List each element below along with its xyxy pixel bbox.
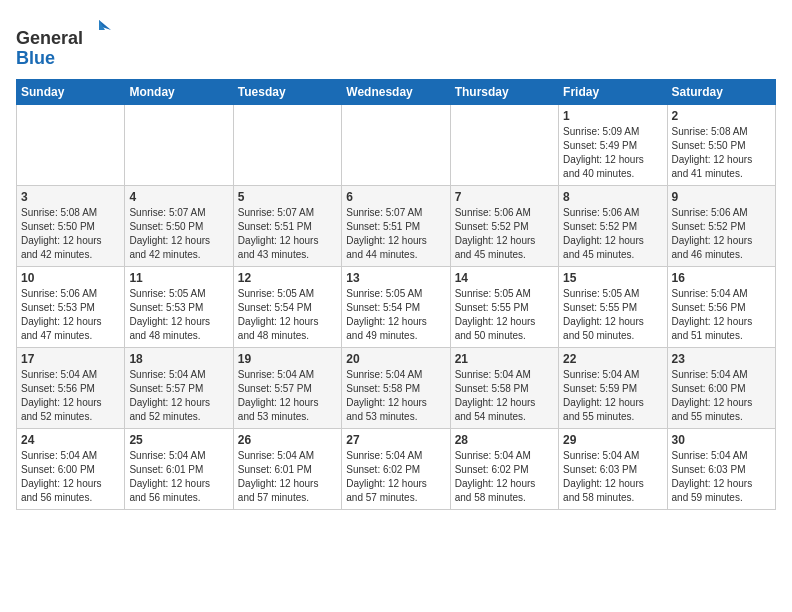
- calendar-week-row: 24Sunrise: 5:04 AMSunset: 6:00 PMDayligh…: [17, 428, 776, 509]
- day-number: 29: [563, 433, 662, 447]
- day-info: Sunrise: 5:04 AMSunset: 5:58 PMDaylight:…: [346, 368, 445, 424]
- day-number: 13: [346, 271, 445, 285]
- day-number: 3: [21, 190, 120, 204]
- calendar-day-cell: 20Sunrise: 5:04 AMSunset: 5:58 PMDayligh…: [342, 347, 450, 428]
- weekday-header: Saturday: [667, 79, 775, 104]
- logo: General Blue: [16, 16, 113, 69]
- day-number: 7: [455, 190, 554, 204]
- day-info: Sunrise: 5:06 AMSunset: 5:52 PMDaylight:…: [455, 206, 554, 262]
- day-number: 21: [455, 352, 554, 366]
- day-info: Sunrise: 5:07 AMSunset: 5:51 PMDaylight:…: [238, 206, 337, 262]
- day-number: 5: [238, 190, 337, 204]
- day-info: Sunrise: 5:06 AMSunset: 5:52 PMDaylight:…: [563, 206, 662, 262]
- calendar-day-cell: 6Sunrise: 5:07 AMSunset: 5:51 PMDaylight…: [342, 185, 450, 266]
- day-info: Sunrise: 5:05 AMSunset: 5:54 PMDaylight:…: [346, 287, 445, 343]
- day-number: 6: [346, 190, 445, 204]
- calendar-day-cell: 4Sunrise: 5:07 AMSunset: 5:50 PMDaylight…: [125, 185, 233, 266]
- day-info: Sunrise: 5:07 AMSunset: 5:50 PMDaylight:…: [129, 206, 228, 262]
- day-number: 28: [455, 433, 554, 447]
- calendar-day-cell: 1Sunrise: 5:09 AMSunset: 5:49 PMDaylight…: [559, 104, 667, 185]
- calendar-table: SundayMondayTuesdayWednesdayThursdayFrid…: [16, 79, 776, 510]
- day-number: 10: [21, 271, 120, 285]
- day-info: Sunrise: 5:08 AMSunset: 5:50 PMDaylight:…: [672, 125, 771, 181]
- calendar-day-cell: 8Sunrise: 5:06 AMSunset: 5:52 PMDaylight…: [559, 185, 667, 266]
- day-number: 9: [672, 190, 771, 204]
- day-number: 2: [672, 109, 771, 123]
- day-number: 8: [563, 190, 662, 204]
- page-header: General Blue: [16, 16, 776, 69]
- calendar-week-row: 3Sunrise: 5:08 AMSunset: 5:50 PMDaylight…: [17, 185, 776, 266]
- day-number: 23: [672, 352, 771, 366]
- weekday-header: Sunday: [17, 79, 125, 104]
- calendar-day-cell: [450, 104, 558, 185]
- calendar-day-cell: 23Sunrise: 5:04 AMSunset: 6:00 PMDayligh…: [667, 347, 775, 428]
- calendar-day-cell: 27Sunrise: 5:04 AMSunset: 6:02 PMDayligh…: [342, 428, 450, 509]
- day-number: 1: [563, 109, 662, 123]
- logo-blue: Blue: [16, 48, 55, 68]
- weekday-header: Thursday: [450, 79, 558, 104]
- day-number: 30: [672, 433, 771, 447]
- calendar-day-cell: 29Sunrise: 5:04 AMSunset: 6:03 PMDayligh…: [559, 428, 667, 509]
- calendar-day-cell: 3Sunrise: 5:08 AMSunset: 5:50 PMDaylight…: [17, 185, 125, 266]
- day-number: 18: [129, 352, 228, 366]
- day-number: 24: [21, 433, 120, 447]
- day-number: 19: [238, 352, 337, 366]
- calendar-day-cell: 12Sunrise: 5:05 AMSunset: 5:54 PMDayligh…: [233, 266, 341, 347]
- day-number: 4: [129, 190, 228, 204]
- day-info: Sunrise: 5:07 AMSunset: 5:51 PMDaylight:…: [346, 206, 445, 262]
- calendar-week-row: 10Sunrise: 5:06 AMSunset: 5:53 PMDayligh…: [17, 266, 776, 347]
- calendar-day-cell: [342, 104, 450, 185]
- day-number: 22: [563, 352, 662, 366]
- day-number: 20: [346, 352, 445, 366]
- day-info: Sunrise: 5:05 AMSunset: 5:55 PMDaylight:…: [563, 287, 662, 343]
- calendar-week-row: 17Sunrise: 5:04 AMSunset: 5:56 PMDayligh…: [17, 347, 776, 428]
- calendar-day-cell: 13Sunrise: 5:05 AMSunset: 5:54 PMDayligh…: [342, 266, 450, 347]
- calendar-day-cell: 5Sunrise: 5:07 AMSunset: 5:51 PMDaylight…: [233, 185, 341, 266]
- calendar-day-cell: 14Sunrise: 5:05 AMSunset: 5:55 PMDayligh…: [450, 266, 558, 347]
- calendar-day-cell: 24Sunrise: 5:04 AMSunset: 6:00 PMDayligh…: [17, 428, 125, 509]
- day-info: Sunrise: 5:04 AMSunset: 6:03 PMDaylight:…: [563, 449, 662, 505]
- day-info: Sunrise: 5:05 AMSunset: 5:55 PMDaylight:…: [455, 287, 554, 343]
- weekday-header: Tuesday: [233, 79, 341, 104]
- day-number: 17: [21, 352, 120, 366]
- day-info: Sunrise: 5:04 AMSunset: 6:03 PMDaylight:…: [672, 449, 771, 505]
- calendar-day-cell: 16Sunrise: 5:04 AMSunset: 5:56 PMDayligh…: [667, 266, 775, 347]
- weekday-header: Monday: [125, 79, 233, 104]
- calendar-day-cell: 18Sunrise: 5:04 AMSunset: 5:57 PMDayligh…: [125, 347, 233, 428]
- day-number: 12: [238, 271, 337, 285]
- day-info: Sunrise: 5:04 AMSunset: 6:02 PMDaylight:…: [455, 449, 554, 505]
- day-info: Sunrise: 5:04 AMSunset: 6:00 PMDaylight:…: [21, 449, 120, 505]
- day-info: Sunrise: 5:04 AMSunset: 5:56 PMDaylight:…: [21, 368, 120, 424]
- day-number: 27: [346, 433, 445, 447]
- day-info: Sunrise: 5:09 AMSunset: 5:49 PMDaylight:…: [563, 125, 662, 181]
- day-info: Sunrise: 5:04 AMSunset: 6:00 PMDaylight:…: [672, 368, 771, 424]
- day-info: Sunrise: 5:04 AMSunset: 6:01 PMDaylight:…: [238, 449, 337, 505]
- day-number: 11: [129, 271, 228, 285]
- calendar-day-cell: 11Sunrise: 5:05 AMSunset: 5:53 PMDayligh…: [125, 266, 233, 347]
- day-info: Sunrise: 5:08 AMSunset: 5:50 PMDaylight:…: [21, 206, 120, 262]
- day-number: 25: [129, 433, 228, 447]
- day-number: 14: [455, 271, 554, 285]
- calendar-day-cell: 22Sunrise: 5:04 AMSunset: 5:59 PMDayligh…: [559, 347, 667, 428]
- day-info: Sunrise: 5:04 AMSunset: 6:01 PMDaylight:…: [129, 449, 228, 505]
- day-info: Sunrise: 5:06 AMSunset: 5:52 PMDaylight:…: [672, 206, 771, 262]
- day-info: Sunrise: 5:05 AMSunset: 5:53 PMDaylight:…: [129, 287, 228, 343]
- calendar-day-cell: 2Sunrise: 5:08 AMSunset: 5:50 PMDaylight…: [667, 104, 775, 185]
- calendar-day-cell: 10Sunrise: 5:06 AMSunset: 5:53 PMDayligh…: [17, 266, 125, 347]
- calendar-header-row: SundayMondayTuesdayWednesdayThursdayFrid…: [17, 79, 776, 104]
- day-number: 26: [238, 433, 337, 447]
- day-info: Sunrise: 5:04 AMSunset: 5:59 PMDaylight:…: [563, 368, 662, 424]
- day-number: 16: [672, 271, 771, 285]
- day-info: Sunrise: 5:04 AMSunset: 5:56 PMDaylight:…: [672, 287, 771, 343]
- calendar-day-cell: 30Sunrise: 5:04 AMSunset: 6:03 PMDayligh…: [667, 428, 775, 509]
- calendar-week-row: 1Sunrise: 5:09 AMSunset: 5:49 PMDaylight…: [17, 104, 776, 185]
- calendar-day-cell: [125, 104, 233, 185]
- calendar-day-cell: 25Sunrise: 5:04 AMSunset: 6:01 PMDayligh…: [125, 428, 233, 509]
- day-info: Sunrise: 5:04 AMSunset: 6:02 PMDaylight:…: [346, 449, 445, 505]
- weekday-header: Friday: [559, 79, 667, 104]
- day-info: Sunrise: 5:04 AMSunset: 5:57 PMDaylight:…: [129, 368, 228, 424]
- day-number: 15: [563, 271, 662, 285]
- calendar-day-cell: 17Sunrise: 5:04 AMSunset: 5:56 PMDayligh…: [17, 347, 125, 428]
- logo-general: General: [16, 28, 83, 48]
- calendar-day-cell: [233, 104, 341, 185]
